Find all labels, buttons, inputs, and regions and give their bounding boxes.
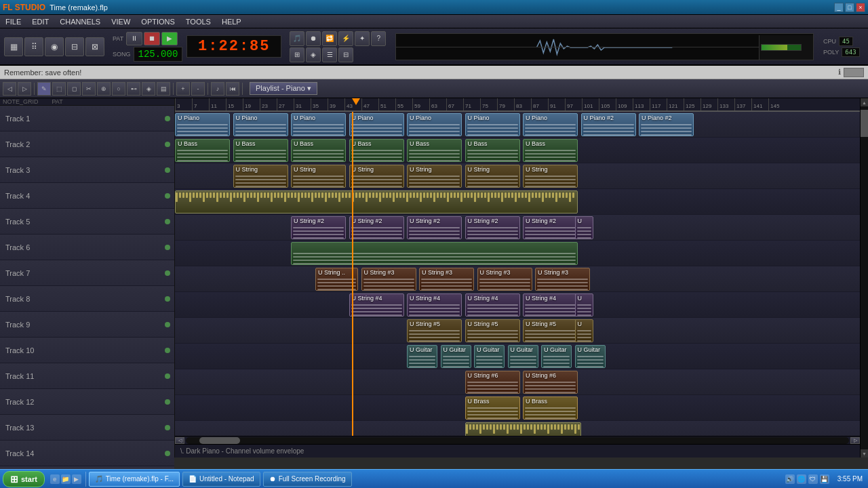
clip[interactable]: U Piano <box>523 113 578 136</box>
note-icon[interactable]: ♪ <box>211 82 224 96</box>
play-button[interactable]: ▶ <box>161 32 178 45</box>
track-mute-dot[interactable] <box>165 245 170 250</box>
rewind-icon[interactable]: ⏮ <box>226 82 239 96</box>
clip[interactable]: U String #4 <box>349 293 404 317</box>
clip[interactable]: U String #2 <box>523 216 578 239</box>
scroll-left-btn[interactable]: ◁ <box>175 437 184 444</box>
track-mute-dot[interactable] <box>165 193 170 199</box>
clip[interactable]: U <box>575 293 593 317</box>
transport-btn-4[interactable]: ⊟ <box>65 37 84 56</box>
loop-button[interactable]: 🔁 <box>322 31 337 46</box>
clip[interactable]: U String <box>233 165 288 188</box>
rec-button[interactable]: ⏺ <box>306 31 321 46</box>
clip[interactable]: U Piano <box>407 113 462 136</box>
clip[interactable]: U Bass <box>523 139 578 162</box>
tray-icon-1[interactable]: 🔊 <box>785 474 795 484</box>
clip[interactable]: U Guitar <box>508 345 538 368</box>
scroll-thumb[interactable] <box>199 437 240 444</box>
clip[interactable]: U String #4 <box>407 293 462 317</box>
menu-view[interactable]: VIEW <box>108 17 133 26</box>
clip[interactable]: U Bass <box>349 139 404 162</box>
clip[interactable]: U String <box>349 165 404 188</box>
clip[interactable]: U Guitar <box>441 345 471 368</box>
metro-button[interactable]: 🎵 <box>290 31 304 46</box>
clip[interactable]: U Bass <box>291 139 346 162</box>
clip[interactable]: U Piano <box>349 113 404 136</box>
clip[interactable]: U String <box>407 165 462 188</box>
clip[interactable]: U Piano <box>291 113 346 136</box>
transport-btn-3[interactable]: ◉ <box>45 37 64 56</box>
clip[interactable]: U String #6 <box>523 371 578 394</box>
zoom-in[interactable]: + <box>176 82 190 96</box>
toolbar-back[interactable]: ◁ <box>3 82 16 96</box>
clip[interactable]: U String <box>291 165 346 188</box>
menu-options[interactable]: OPTIONS <box>138 17 178 26</box>
track-mute-dot[interactable] <box>165 270 170 276</box>
clip[interactable]: U String #2 <box>291 216 346 239</box>
clip[interactable]: U String <box>465 165 520 188</box>
toolbar-zoom[interactable]: ⊕ <box>97 82 111 96</box>
clip[interactable]: U String #4 <box>523 293 578 317</box>
track-mute-dot[interactable] <box>165 451 170 456</box>
clip[interactable] <box>175 190 578 214</box>
menu-help[interactable]: HELP <box>219 17 244 26</box>
transport-btn-1[interactable]: ▦ <box>4 37 23 56</box>
vscroll-down-btn[interactable]: ▼ <box>861 449 868 458</box>
clip[interactable]: U String #5 <box>407 319 462 342</box>
tb4-button[interactable]: ⊟ <box>338 47 353 62</box>
close-button[interactable]: × <box>856 3 865 12</box>
clip[interactable]: U String #3 <box>361 268 416 291</box>
menu-tools[interactable]: TOOLS <box>183 17 214 26</box>
clip[interactable]: U Brass <box>523 396 578 420</box>
maximize-button[interactable]: □ <box>845 3 854 12</box>
clip[interactable]: U Bass <box>233 139 288 162</box>
clip[interactable]: U Guitar <box>407 345 437 368</box>
menu-channels[interactable]: CHANNELS <box>57 17 103 26</box>
track-mute-dot[interactable] <box>165 373 170 379</box>
clip[interactable]: U Bass <box>175 139 230 162</box>
toolbar-fwd[interactable]: ▷ <box>18 82 31 96</box>
toolbar-select[interactable]: ⬚ <box>52 82 66 96</box>
clip[interactable]: U String #2 <box>349 216 404 239</box>
track-mute-dot[interactable] <box>165 348 170 353</box>
tb3-button[interactable]: ☰ <box>322 47 337 62</box>
taskbar-item-recording[interactable]: ⏺ Full Screen Recording <box>263 472 352 487</box>
fx-button[interactable]: ✦ <box>355 31 370 46</box>
track-mute-dot[interactable] <box>165 142 170 147</box>
vscroll-track[interactable] <box>861 106 868 449</box>
toolbar-slip[interactable]: ⊷ <box>127 82 140 96</box>
clip[interactable] <box>465 422 581 436</box>
clip[interactable]: U String #3 <box>535 268 590 291</box>
stop-button[interactable]: ⏹ <box>144 32 160 45</box>
pause-button[interactable]: ⏸ <box>126 32 142 45</box>
clip[interactable]: U Brass <box>465 396 520 420</box>
clip[interactable]: U Piano <box>233 113 288 136</box>
scroll-right-btn[interactable]: ▷ <box>850 437 860 444</box>
clip[interactable]: U Piano <box>175 113 230 136</box>
toolbar-mute[interactable]: ○ <box>112 82 125 96</box>
transport-btn-5[interactable]: ⊠ <box>85 37 104 56</box>
playlist-label[interactable]: Playlist - Piano ▾ <box>250 82 317 95</box>
track-mute-dot[interactable] <box>165 322 170 327</box>
clip[interactable]: U String #6 <box>465 371 520 394</box>
tracks-scroll-area[interactable]: U PianoU PianoU PianoU PianoU PianoU Pia… <box>175 112 860 436</box>
clip[interactable]: U String #2 <box>465 216 520 239</box>
track-mute-dot[interactable] <box>165 425 170 430</box>
clip[interactable]: U String #4 <box>465 293 520 317</box>
scroll-track[interactable] <box>186 437 849 444</box>
clip[interactable]: U String #3 <box>477 268 532 291</box>
track-mute-dot[interactable] <box>165 219 170 224</box>
tray-icon-2[interactable]: 🌐 <box>797 474 806 484</box>
taskbar-item-notepad[interactable]: 📄 Untitled - Notepad <box>182 472 260 487</box>
track-mute-dot[interactable] <box>165 296 170 302</box>
clip[interactable]: U Guitar <box>575 345 606 368</box>
clip[interactable]: U String #5 <box>523 319 578 342</box>
tray-icon-4[interactable]: 💾 <box>820 474 829 484</box>
toolbar-cut[interactable]: ✂ <box>82 82 96 96</box>
clip[interactable]: U Bass <box>465 139 520 162</box>
vscroll-thumb[interactable] <box>861 110 868 137</box>
clip[interactable]: U Bass <box>407 139 462 162</box>
folder-icon[interactable]: 📁 <box>61 474 71 484</box>
clip[interactable]: U Guitar <box>541 345 572 368</box>
clip[interactable]: U <box>575 216 593 239</box>
